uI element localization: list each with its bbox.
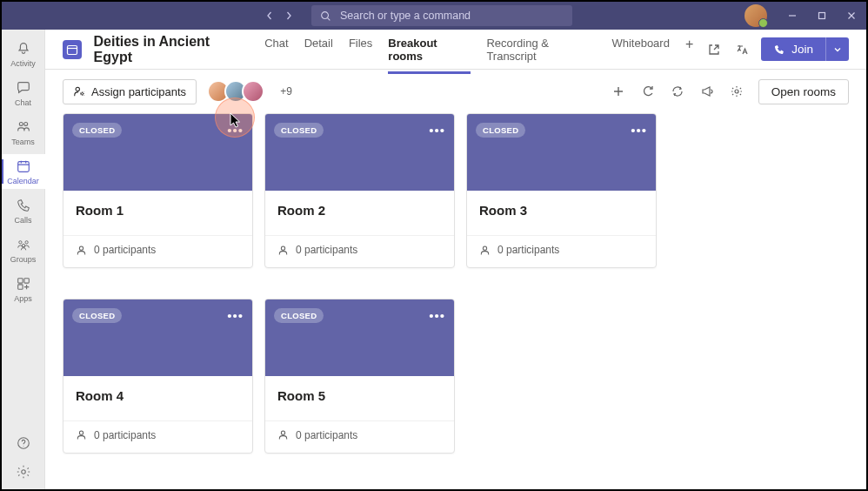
room-header: CLOSED••• <box>63 114 252 191</box>
search-icon <box>320 10 331 22</box>
nav-back-icon[interactable] <box>263 9 277 23</box>
apps-icon <box>15 275 32 293</box>
room-card[interactable]: CLOSED•••Room 50 participants <box>264 299 455 454</box>
announcement-icon[interactable] <box>699 84 715 99</box>
delete-rooms-icon[interactable] <box>670 84 685 99</box>
room-card[interactable]: CLOSED•••Room 10 participants <box>63 113 253 268</box>
rail-settings[interactable] <box>2 460 45 484</box>
room-settings-icon[interactable] <box>729 84 744 99</box>
bell-icon <box>15 40 32 57</box>
room-name: Room 5 <box>277 388 442 403</box>
room-participant-count: 0 participants <box>265 420 454 453</box>
svg-rect-4 <box>17 162 29 172</box>
svg-point-18 <box>281 246 284 250</box>
join-button[interactable]: Join <box>761 37 825 61</box>
person-icon <box>277 245 289 256</box>
person-icon <box>76 245 87 256</box>
svg-rect-1 <box>819 13 825 19</box>
svg-point-2 <box>19 122 23 125</box>
room-more-icon[interactable]: ••• <box>227 308 244 323</box>
svg-point-21 <box>281 431 284 434</box>
popout-icon[interactable] <box>705 41 723 58</box>
calendar-icon <box>15 158 32 175</box>
user-avatar[interactable] <box>744 4 767 27</box>
tab-detail[interactable]: Detail <box>304 25 333 74</box>
search-placeholder: Search or type a command <box>340 10 471 22</box>
room-more-icon[interactable]: ••• <box>429 308 445 323</box>
room-status-badge: CLOSED <box>72 123 122 138</box>
nav-forward-icon[interactable] <box>282 9 296 23</box>
help-icon <box>15 434 32 452</box>
chat-icon <box>15 79 32 97</box>
tab-recording[interactable]: Recording & Transcript <box>486 25 596 74</box>
join-dropdown[interactable] <box>825 37 849 61</box>
svg-point-0 <box>322 11 329 18</box>
room-card[interactable]: CLOSED•••Room 30 participants <box>466 113 657 268</box>
add-room-icon[interactable] <box>611 84 626 99</box>
rail-calendar[interactable]: Calendar <box>2 154 45 189</box>
rail-apps[interactable]: Apps <box>2 272 45 306</box>
rail-activity[interactable]: Activity <box>2 37 45 71</box>
room-status-badge: CLOSED <box>274 123 324 138</box>
room-name: Room 1 <box>76 203 240 218</box>
tab-chat[interactable]: Chat <box>264 25 288 74</box>
room-status-badge: CLOSED <box>274 308 324 323</box>
room-card[interactable]: CLOSED•••Room 40 participants <box>63 299 253 454</box>
assign-participants-button[interactable]: Assign participants <box>63 79 197 104</box>
svg-rect-9 <box>23 279 28 283</box>
open-rooms-button[interactable]: Open rooms <box>758 79 849 104</box>
rooms-grid: CLOSED•••Room 10 participantsCLOSED•••Ro… <box>45 113 866 489</box>
room-more-icon[interactable]: ••• <box>631 123 647 138</box>
svg-rect-10 <box>17 285 22 289</box>
tab-whiteboard[interactable]: Whiteboard <box>611 25 669 74</box>
tab-files[interactable]: Files <box>349 25 372 74</box>
minimize-button[interactable] <box>778 2 807 30</box>
person-icon <box>479 245 491 256</box>
room-header: CLOSED••• <box>265 299 454 376</box>
room-participant-count: 0 participants <box>467 235 656 267</box>
room-name: Room 3 <box>479 203 644 218</box>
room-name: Room 4 <box>76 388 240 403</box>
room-header: CLOSED••• <box>265 114 454 191</box>
room-participant-count: 0 participants <box>265 235 454 267</box>
search-input[interactable]: Search or type a command <box>311 5 572 26</box>
rail-teams[interactable]: Teams <box>2 115 45 150</box>
svg-point-16 <box>735 90 738 93</box>
room-card[interactable]: CLOSED•••Room 20 participants <box>264 113 455 268</box>
room-status-badge: CLOSED <box>72 308 122 323</box>
breakout-toolbar: Assign participants +9 Open rooms <box>45 70 866 113</box>
maximize-button[interactable] <box>807 2 837 30</box>
room-header: CLOSED••• <box>467 114 656 191</box>
room-more-icon[interactable]: ••• <box>227 123 244 138</box>
calendar-badge-icon <box>63 40 82 59</box>
svg-point-14 <box>76 87 79 91</box>
phone-icon <box>773 44 785 56</box>
svg-rect-13 <box>67 45 77 54</box>
rail-help[interactable] <box>2 431 45 455</box>
translate-icon[interactable] <box>733 41 751 58</box>
room-header: CLOSED••• <box>63 299 252 376</box>
room-status-badge: CLOSED <box>476 123 525 138</box>
room-participant-count: 0 participants <box>63 235 252 267</box>
gear-icon <box>15 463 32 481</box>
room-name: Room 2 <box>277 203 442 218</box>
participant-avatars[interactable] <box>207 80 264 103</box>
room-more-icon[interactable]: ••• <box>429 123 445 138</box>
rail-calls[interactable]: Calls <box>2 193 45 228</box>
meeting-title: Deities in Ancient Egypt <box>94 34 250 65</box>
recreate-rooms-icon[interactable] <box>640 84 656 99</box>
left-rail: Activity Chat Teams Calendar Calls Group… <box>2 30 45 489</box>
svg-point-12 <box>21 470 25 474</box>
close-button[interactable] <box>837 2 866 30</box>
rail-chat[interactable]: Chat <box>2 76 45 111</box>
tab-add[interactable]: + <box>685 25 693 74</box>
rail-groups[interactable]: Groups <box>2 232 45 267</box>
avatar-overflow[interactable]: +9 <box>280 85 292 98</box>
svg-point-3 <box>23 122 27 125</box>
svg-point-19 <box>483 246 486 250</box>
phone-icon <box>15 197 32 214</box>
person-settings-icon <box>73 85 85 98</box>
room-participant-count: 0 participants <box>63 420 252 453</box>
svg-point-6 <box>24 241 27 244</box>
tab-breakout-rooms[interactable]: Breakout rooms <box>388 25 471 74</box>
